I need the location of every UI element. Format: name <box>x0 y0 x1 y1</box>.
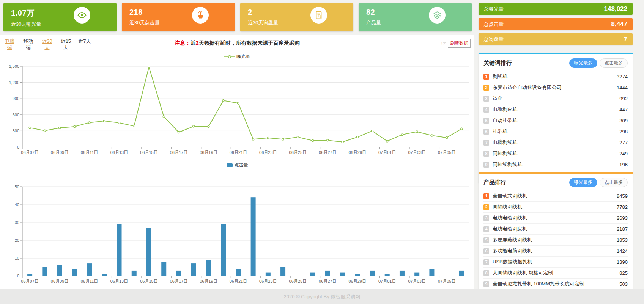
rank-badge: 4 <box>483 226 489 232</box>
svg-text:900: 900 <box>13 96 19 101</box>
product-label: 多层屏蔽线剥线机 <box>493 237 614 243</box>
card-value: 218 <box>129 8 227 17</box>
svg-text:30: 30 <box>15 220 19 225</box>
product-label: 电线电缆剥线机 <box>493 215 614 221</box>
legend-item-clicks[interactable]: 点击量 <box>227 162 248 168</box>
rank-badge: 2 <box>483 85 489 91</box>
product-ranking-header: 产品排行 曝光最多 点击最多 <box>483 174 628 191</box>
keyword-label: 东莞市益企自动化设备有限公司 <box>493 84 614 91</box>
card-exposure-30d: 1.07万 近30天曝光量 <box>3 3 117 31</box>
refresh-data-button[interactable]: 刷新数据 <box>448 39 471 48</box>
product-label: 全自动式剥线机 <box>493 193 614 199</box>
svg-text:50: 50 <box>15 185 19 189</box>
ranking-item[interactable]: 4电线电缆剥皮机2187 <box>483 224 628 235</box>
totals-column: 总曝光量 148,022 总点击量 8,447 总询盘量 7 <box>479 3 633 49</box>
rank-badge: 4 <box>483 107 489 113</box>
card-label: 产品量 <box>366 19 464 26</box>
svg-text:10: 10 <box>15 256 19 260</box>
ranking-item[interactable]: 1剥线机3274 <box>483 71 628 82</box>
ranking-item[interactable]: 3电线电缆剥线机2693 <box>483 213 628 224</box>
copyright-footer: 2020 © Copyright By 微智服采购网 <box>0 289 644 304</box>
pill-most-clicks[interactable]: 点击最多 <box>600 178 628 187</box>
product-filter-pills: 曝光最多 点击最多 <box>569 178 628 187</box>
rank-value: 277 <box>619 140 628 146</box>
exposure-legend: 曝光量 <box>0 53 474 60</box>
ranking-item[interactable]: 8大同轴线剥线机 规格可定制825 <box>483 268 628 279</box>
rank-value: 3274 <box>617 74 628 80</box>
ranking-item[interactable]: 3益企992 <box>483 93 628 104</box>
total-value: 8,447 <box>611 20 627 28</box>
main-chart-panel: 电脑端 移动端 近30天 近15天 近7天 注意：近2天数据有延时，所有数据来源… <box>0 35 474 289</box>
delay-notice: 注意：近2天数据有延时，所有数据来源于百度爱采购 <box>0 40 474 47</box>
ranking-item[interactable]: 9同轴线剥线机196 <box>483 159 628 170</box>
svg-text:06月07日: 06月07日 <box>21 279 38 284</box>
rank-badge: 5 <box>483 237 489 243</box>
ranking-item[interactable]: 6多功能电脑剥线机1424 <box>483 246 628 257</box>
keyword-label: 电缆剥皮机 <box>493 106 616 113</box>
svg-text:06月19日: 06月19日 <box>200 150 217 155</box>
svg-text:06月21日: 06月21日 <box>230 279 247 284</box>
keyword-ranking-header: 关键词排行 曝光最多 点击最多 <box>483 54 628 71</box>
card-label: 近30天曝光量 <box>11 21 109 28</box>
rank-badge: 9 <box>483 281 489 287</box>
rank-value: 298 <box>619 129 628 135</box>
rank-badge: 8 <box>483 270 489 276</box>
ranking-item[interactable]: 1全自动式剥线机8459 <box>483 191 628 202</box>
keyword-label: 自动扎带机 <box>493 117 616 124</box>
rank-value: 1424 <box>617 248 628 254</box>
ranking-item[interactable]: 2东莞市益企自动化设备有限公司1444 <box>483 82 628 93</box>
ranking-item[interactable]: 5自动扎带机309 <box>483 115 628 126</box>
panel-title: 关键词排行 <box>483 60 512 67</box>
ranking-item[interactable]: 7电脑剥线机277 <box>483 137 628 148</box>
product-label: 大同轴线剥线机 规格可定制 <box>493 270 616 276</box>
svg-text:06月25日: 06月25日 <box>289 279 307 284</box>
rank-value: 7782 <box>617 204 628 210</box>
svg-text:06月23日: 06月23日 <box>259 279 277 284</box>
dashboard-page: 1.07万 近30天曝光量 218 近30天点击量 2 近30天询盘量 82 产… <box>0 0 644 304</box>
rank-badge: 1 <box>483 74 489 80</box>
keyword-label: 剥线机 <box>493 73 614 80</box>
total-label: 总曝光量 <box>484 6 504 13</box>
ranking-item[interactable]: 6扎带机298 <box>483 126 628 137</box>
rank-badge: 3 <box>483 96 489 102</box>
rank-value: 2187 <box>617 226 628 232</box>
svg-text:06月23日: 06月23日 <box>259 150 277 155</box>
ranking-item[interactable]: 7USB数据线捆扎机1390 <box>483 257 628 268</box>
total-inquiries-bar: 总询盘量 7 <box>479 33 633 45</box>
ranking-item[interactable]: 4电缆剥皮机447 <box>483 104 628 115</box>
svg-text:06月19日: 06月19日 <box>200 279 217 284</box>
svg-text:07月03日: 07月03日 <box>408 150 425 155</box>
svg-text:0: 0 <box>17 145 19 149</box>
total-value: 7 <box>624 36 627 43</box>
ranking-item[interactable]: 5多层屏蔽线剥线机1853 <box>483 235 628 246</box>
svg-text:1,200: 1,200 <box>9 80 19 85</box>
svg-text:06月15日: 06月15日 <box>140 150 157 155</box>
ranking-item[interactable]: 8同轴剥线机249 <box>483 148 628 159</box>
rank-badge: 2 <box>483 204 489 210</box>
keyword-label: 扎带机 <box>493 128 616 135</box>
svg-text:20: 20 <box>15 238 19 243</box>
total-label: 总点击量 <box>484 21 504 28</box>
pill-most-exposure[interactable]: 曝光最多 <box>569 178 597 187</box>
product-label: USB数据线捆扎机 <box>493 259 614 265</box>
rank-badge: 5 <box>483 118 489 124</box>
rank-value: 249 <box>619 151 628 157</box>
svg-text:06月09日: 06月09日 <box>51 150 68 155</box>
pill-most-clicks[interactable]: 点击最多 <box>600 58 628 68</box>
product-ranking-panel: 产品排行 曝光最多 点击最多 1全自动式剥线机84592同轴线剥线机77823电… <box>479 172 633 302</box>
svg-text:600: 600 <box>13 113 19 117</box>
ranking-item[interactable]: 2同轴线剥线机7782 <box>483 202 628 213</box>
svg-text:40: 40 <box>15 202 19 207</box>
legend-label: 曝光量 <box>237 53 250 60</box>
legend-item-exposure[interactable]: 曝光量 <box>224 53 250 60</box>
inquiry-file-icon <box>310 7 327 24</box>
bar-series-marker-icon <box>227 163 233 167</box>
ranking-item[interactable]: 9全自动尼龙扎带机 100MM扎带长度可定制503 <box>483 279 628 290</box>
clicks-legend: 点击量 <box>0 162 474 168</box>
stat-cards-row: 1.07万 近30天曝光量 218 近30天点击量 2 近30天询盘量 82 产… <box>3 3 472 31</box>
keyword-label: 益企 <box>493 95 616 102</box>
eye-icon <box>74 7 90 24</box>
product-label: 多功能电脑剥线机 <box>493 248 614 254</box>
svg-text:06月09日: 06月09日 <box>51 279 68 284</box>
pill-most-exposure[interactable]: 曝光最多 <box>569 58 597 68</box>
